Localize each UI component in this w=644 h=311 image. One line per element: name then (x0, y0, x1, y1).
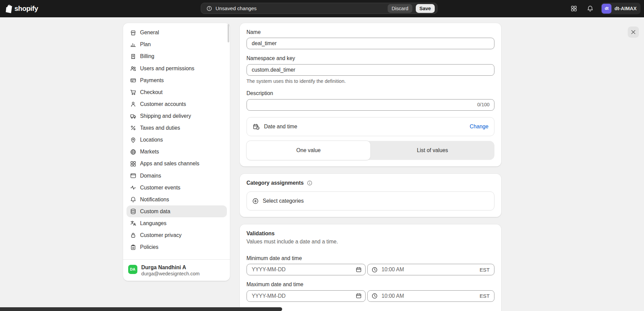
database-icon (130, 208, 136, 215)
sidebar-item-label: General (140, 30, 159, 36)
topbar-right: dt dt-AIMAX (568, 3, 641, 14)
apps-button[interactable] (568, 3, 580, 14)
user-profile[interactable]: DA Durga Nandhini A durga@wedesigntech.c… (123, 259, 230, 281)
browser-icon (130, 172, 136, 179)
sidebar-item-general[interactable]: General (126, 27, 227, 39)
truck-icon (130, 113, 136, 119)
horizontal-scrollbar[interactable] (0, 307, 282, 311)
grid-icon (130, 161, 136, 167)
sidebar-item-users-and-permissions[interactable]: Users and permissions (126, 62, 227, 74)
value-count-segmented: One value List of values (247, 141, 495, 160)
sidebar-item-label: Customer accounts (140, 101, 186, 107)
min-timezone: EST (480, 267, 489, 273)
category-title: Category assignments (247, 180, 304, 186)
store-menu[interactable]: dt dt-AIMAX (601, 3, 641, 14)
date-time-icon (253, 123, 260, 130)
validations-card: Validations Values must include a date a… (240, 224, 501, 311)
shopify-wordmark: shopify (14, 4, 38, 13)
description-input[interactable] (247, 99, 495, 111)
close-button[interactable] (628, 26, 639, 38)
validations-title: Validations (247, 230, 495, 237)
sidebar-item-label: Users and permissions (140, 66, 194, 72)
sidebar-item-plan[interactable]: Plan (126, 39, 227, 51)
select-categories-label: Select categories (263, 198, 304, 204)
name-label: Name (247, 29, 495, 35)
sidebar-item-label: Taxes and duties (140, 125, 180, 131)
sidebar-item-billing[interactable]: Billing (126, 51, 227, 62)
shopify-logo[interactable]: shopify (5, 4, 38, 14)
content-type-box: Date and time Change (247, 117, 495, 136)
name-input[interactable] (247, 38, 495, 49)
min-time-input[interactable] (367, 264, 494, 275)
settings-sidebar: GeneralPlanBillingUsers and permissionsP… (123, 23, 230, 281)
char-counter: 0/100 (477, 102, 489, 107)
max-timezone: EST (480, 293, 489, 299)
sidebar-item-label: Shipping and delivery (140, 113, 191, 119)
percent-icon (130, 125, 136, 131)
user-email: durga@wedesigntech.com (141, 271, 200, 277)
cart-icon (130, 89, 136, 95)
segment-list-of-values[interactable]: List of values (370, 141, 494, 160)
sidebar-item-label: Locations (140, 137, 163, 143)
namespace-help: The system uses this to identify the def… (247, 78, 495, 84)
discard-button[interactable]: Discard (388, 4, 412, 13)
sidebar-item-domains[interactable]: Domains (126, 170, 227, 182)
sidebar-item-languages[interactable]: Languages (126, 217, 227, 229)
sidebar-item-notifications[interactable]: Notifications (126, 194, 227, 205)
select-categories-button[interactable]: Select categories (247, 191, 495, 211)
sidebar-item-label: Payments (140, 77, 164, 84)
change-type-link[interactable]: Change (470, 124, 488, 130)
sidebar-item-label: Policies (140, 244, 158, 250)
sidebar-item-label: Languages (140, 220, 167, 226)
chart-icon (130, 41, 136, 48)
sidebar-item-checkout[interactable]: Checkout (126, 86, 227, 98)
sidebar-item-label: Custom data (140, 208, 170, 215)
sidebar-item-label: Domains (140, 173, 161, 179)
sidebar-item-customer-privacy[interactable]: Customer privacy (126, 230, 227, 241)
segment-one-value[interactable]: One value (247, 141, 371, 160)
sidebar-item-markets[interactable]: Markets (126, 146, 227, 158)
sidebar-item-locations[interactable]: Locations (126, 134, 227, 146)
sidebar-item-custom-data[interactable]: Custom data (126, 205, 227, 217)
receipt-icon (130, 53, 136, 60)
apps-icon (570, 5, 578, 12)
topbar: shopify Unsaved changes Discard Save dt … (0, 0, 644, 17)
sidebar-item-label: Billing (140, 53, 154, 59)
min-date-input[interactable] (247, 264, 366, 275)
pulse-icon (130, 184, 136, 191)
category-card: Category assignments Select categories (240, 174, 501, 217)
content-type-label: Date and time (264, 124, 297, 130)
sidebar-scrollbar[interactable] (228, 24, 229, 42)
sidebar-item-shipping-and-delivery[interactable]: Shipping and delivery (126, 110, 227, 122)
clipboard-icon (130, 244, 136, 251)
sidebar-item-policies[interactable]: Policies (126, 241, 227, 253)
sidebar-item-customer-accounts[interactable]: Customer accounts (126, 98, 227, 110)
shopify-admin: shopify Unsaved changes Discard Save dt … (0, 0, 644, 311)
sidebar-item-label: Customer events (140, 185, 180, 191)
save-button[interactable]: Save (416, 4, 435, 13)
notifications-button[interactable] (585, 3, 596, 14)
unsaved-changes-text: Unsaved changes (216, 5, 257, 11)
bell-icon (587, 5, 594, 12)
sidebar-item-label: Customer privacy (140, 232, 181, 238)
sidebar-item-payments[interactable]: Payments (126, 74, 227, 86)
namespace-input[interactable] (247, 64, 495, 76)
sidebar-item-customer-events[interactable]: Customer events (126, 182, 227, 194)
sidebar-item-label: Apps and sales channels (140, 161, 199, 167)
max-time-input[interactable] (367, 290, 494, 302)
shopify-bag-icon (5, 4, 13, 14)
card-icon (130, 77, 136, 84)
lock-icon (130, 232, 136, 238)
max-date-input[interactable] (247, 290, 366, 302)
store-avatar: dt (602, 4, 611, 14)
sidebar-item-apps-and-sales-channels[interactable]: Apps and sales channels (126, 158, 227, 170)
namespace-label: Namespace and key (247, 55, 495, 61)
store-icon (130, 30, 136, 36)
close-icon (630, 29, 636, 35)
max-date-label: Maximum date and time (247, 281, 495, 288)
info-icon[interactable] (307, 180, 313, 186)
unsaved-changes-bar: Unsaved changes Discard Save (201, 3, 437, 14)
description-label: Description (247, 90, 495, 96)
sidebar-item-label: Plan (140, 41, 151, 48)
sidebar-item-taxes-and-duties[interactable]: Taxes and duties (126, 122, 227, 134)
